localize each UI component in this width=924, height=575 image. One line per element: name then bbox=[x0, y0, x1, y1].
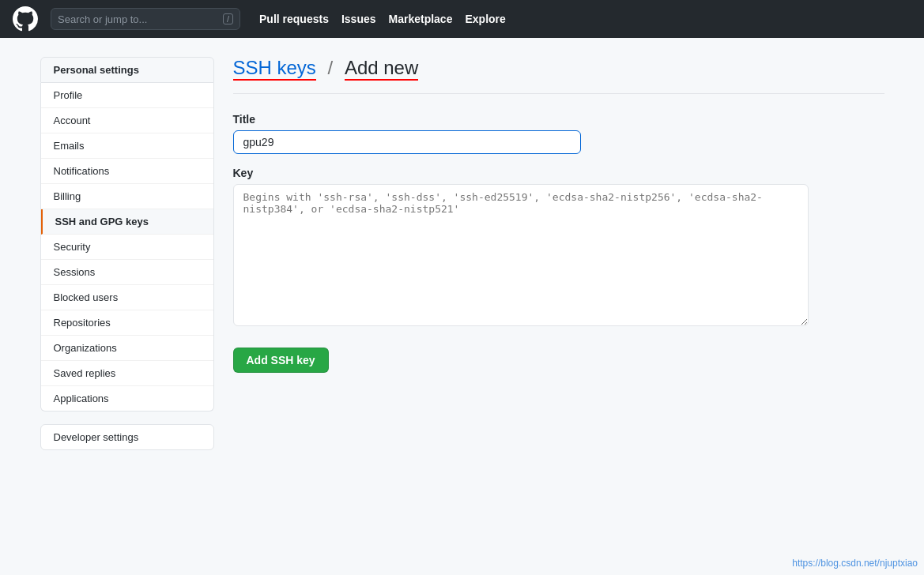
page-title: SSH keys / Add new bbox=[233, 57, 419, 81]
sidebar-heading: Personal settings bbox=[40, 57, 214, 83]
slash-shortcut: / bbox=[223, 13, 233, 24]
sidebar: Personal settings Profile Account Emails… bbox=[40, 57, 214, 450]
add-ssh-key-button[interactable]: Add SSH key bbox=[233, 348, 329, 373]
title-label: Title bbox=[233, 113, 884, 126]
title-input[interactable] bbox=[233, 130, 581, 154]
nav-links: Pull requests Issues Marketplace Explore bbox=[259, 13, 506, 25]
nav-explore[interactable]: Explore bbox=[465, 13, 505, 25]
sidebar-item-account[interactable]: Account bbox=[41, 108, 213, 133]
developer-settings-section: Developer settings bbox=[40, 424, 214, 450]
sidebar-item-saved-replies[interactable]: Saved replies bbox=[41, 361, 213, 386]
sidebar-item-sessions[interactable]: Sessions bbox=[41, 260, 213, 285]
nav-issues[interactable]: Issues bbox=[341, 13, 376, 25]
sidebar-item-billing[interactable]: Billing bbox=[41, 184, 213, 209]
nav-pull-requests[interactable]: Pull requests bbox=[259, 13, 329, 25]
search-bar[interactable]: / bbox=[51, 8, 240, 30]
developer-settings-nav: Developer settings bbox=[40, 424, 214, 450]
breadcrumb-separator: / bbox=[328, 57, 334, 78]
sidebar-item-repositories[interactable]: Repositories bbox=[41, 310, 213, 336]
sidebar-item-emails[interactable]: Emails bbox=[41, 133, 213, 159]
main-content: SSH keys / Add new Title Key Add SSH key bbox=[233, 57, 884, 373]
sidebar-item-ssh-gpg-keys[interactable]: SSH and GPG keys bbox=[41, 209, 213, 235]
key-label: Key bbox=[233, 167, 884, 179]
breadcrumb-current: Add new bbox=[345, 57, 418, 81]
sidebar-nav: Profile Account Emails Notifications Bil… bbox=[40, 83, 214, 412]
top-navigation: / Pull requests Issues Marketplace Explo… bbox=[0, 0, 924, 38]
breadcrumb-link[interactable]: SSH keys bbox=[233, 57, 316, 81]
sidebar-item-notifications[interactable]: Notifications bbox=[41, 159, 213, 184]
sidebar-item-security[interactable]: Security bbox=[41, 235, 213, 260]
sidebar-item-applications[interactable]: Applications bbox=[41, 386, 213, 411]
search-input[interactable] bbox=[58, 13, 217, 25]
page-header: SSH keys / Add new bbox=[233, 57, 884, 94]
sidebar-item-profile[interactable]: Profile bbox=[41, 83, 213, 108]
github-logo-icon[interactable] bbox=[13, 6, 38, 32]
key-field-group: Key bbox=[233, 167, 884, 329]
nav-marketplace[interactable]: Marketplace bbox=[389, 13, 453, 25]
title-field-group: Title bbox=[233, 113, 884, 154]
key-input[interactable] bbox=[233, 184, 809, 326]
sidebar-item-blocked-users[interactable]: Blocked users bbox=[41, 285, 213, 310]
sidebar-item-organizations[interactable]: Organizations bbox=[41, 336, 213, 361]
page-layout: Personal settings Profile Account Emails… bbox=[28, 57, 897, 450]
sidebar-item-developer-settings[interactable]: Developer settings bbox=[41, 425, 213, 449]
